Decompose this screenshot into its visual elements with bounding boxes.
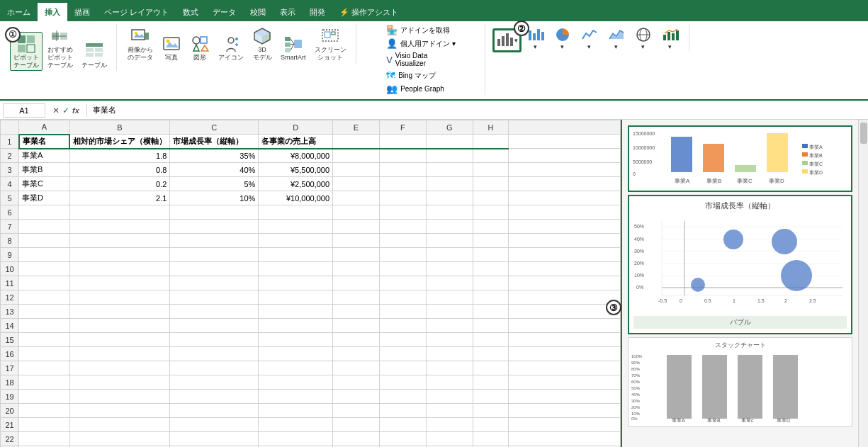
cell-r4-c3[interactable]: 5% xyxy=(170,177,259,191)
cell-r16-c6[interactable] xyxy=(379,347,426,361)
cell-r2-c8[interactable] xyxy=(473,149,508,163)
cell-r18-c4[interactable] xyxy=(259,375,333,390)
cell-r1-c7[interactable] xyxy=(426,135,473,149)
row-header-4[interactable]: 4 xyxy=(1,177,19,191)
cell-r4-c2[interactable]: 0.2 xyxy=(69,177,170,191)
cell-r16-c3[interactable] xyxy=(170,347,259,361)
bubble-chart-container[interactable]: 市場成長率（縦軸） 50% 40% 30% 20% 10% 0% -0.5 xyxy=(628,195,852,334)
cell-r2-c4[interactable]: ¥8,000,000 xyxy=(259,149,333,163)
row-header-9[interactable]: 9 xyxy=(1,248,19,262)
tab-view[interactable]: 表示 xyxy=(273,3,303,21)
cell-r17-c5[interactable] xyxy=(333,361,380,375)
cell-r12-c4[interactable] xyxy=(259,290,333,305)
cell-r15-c4[interactable] xyxy=(259,333,333,347)
cell-r1-c8[interactable] xyxy=(473,135,508,149)
cell-r6-c2[interactable] xyxy=(69,205,170,220)
cell-r13-c5[interactable] xyxy=(333,305,380,319)
cell-r3-c1[interactable]: 事業B xyxy=(19,163,70,177)
cell-r12-c6[interactable] xyxy=(379,290,426,305)
cell-r18-c5[interactable] xyxy=(333,375,380,390)
cell-r7-c5[interactable] xyxy=(333,220,380,234)
cell-r6-c1[interactable] xyxy=(19,205,70,220)
row-header-1[interactable]: 1 xyxy=(1,135,19,149)
map-chart-button[interactable]: ▾ xyxy=(631,24,656,52)
cell-r12-c2[interactable] xyxy=(69,290,170,305)
cell-r2-c7[interactable] xyxy=(426,149,473,163)
row-header-8[interactable]: 8 xyxy=(1,234,19,248)
cell-r20-c3[interactable] xyxy=(170,404,259,418)
cell-r17-c8[interactable] xyxy=(473,361,508,375)
row-header-6[interactable]: 6 xyxy=(1,205,19,220)
cell-r7-c1[interactable] xyxy=(19,220,70,234)
cell-r6-c5[interactable] xyxy=(333,205,380,220)
cell-r2-c2[interactable]: 1.8 xyxy=(69,149,170,163)
row-header-12[interactable]: 12 xyxy=(1,290,19,305)
cell-r8-c5[interactable] xyxy=(333,234,380,248)
cell-r4-c7[interactable] xyxy=(426,177,473,191)
cell-r22-c1[interactable] xyxy=(19,432,70,446)
cell-r1-c1[interactable]: 事業名 xyxy=(19,135,70,149)
cell-r21-c1[interactable] xyxy=(19,418,70,432)
cell-r8-c4[interactable] xyxy=(259,234,333,248)
cell-r11-c7[interactable] xyxy=(426,276,473,290)
col-header-b[interactable]: B xyxy=(69,120,170,135)
cell-r12-c7[interactable] xyxy=(426,290,473,305)
cell-reference-input[interactable] xyxy=(3,103,45,118)
cell-r8-c1[interactable] xyxy=(19,234,70,248)
cell-r1-c5[interactable] xyxy=(333,135,380,149)
stack-chart-thumbnail[interactable]: スタックチャート 100% 90% 80% 70% 60% 50% 40% 30… xyxy=(628,337,852,427)
cell-r13-c3[interactable] xyxy=(170,305,259,319)
cell-r5-c1[interactable]: 事業D xyxy=(19,191,70,205)
cell-r16-c7[interactable] xyxy=(426,347,473,361)
cell-r17-c6[interactable] xyxy=(379,361,426,375)
tab-insert[interactable]: 挿入 xyxy=(38,3,67,21)
col-header-e[interactable]: E xyxy=(333,120,380,135)
cell-r3-c5[interactable] xyxy=(333,163,380,177)
cell-r3-c6[interactable] xyxy=(379,163,426,177)
cell-r7-c4[interactable] xyxy=(259,220,333,234)
cell-r6-c8[interactable] xyxy=(473,205,508,220)
cell-r3-c2[interactable]: 0.8 xyxy=(69,163,170,177)
cell-r20-c6[interactable] xyxy=(379,404,426,418)
screenshot-button[interactable]: スクリーンショット xyxy=(311,24,350,64)
cell-r12-c8[interactable] xyxy=(473,290,508,305)
cell-r9-c8[interactable] xyxy=(473,248,508,262)
icons-button[interactable]: アイコン xyxy=(215,32,247,64)
cell-r10-c5[interactable] xyxy=(333,262,380,276)
cell-r21-c8[interactable] xyxy=(473,418,508,432)
col-header-c[interactable]: C xyxy=(170,120,259,135)
cell-r14-c7[interactable] xyxy=(426,319,473,333)
cell-r6-c4[interactable] xyxy=(259,205,333,220)
cell-r5-c3[interactable]: 10% xyxy=(170,191,259,205)
tab-draw[interactable]: 描画 xyxy=(67,3,97,21)
selected-chart-button[interactable]: ▾ ② xyxy=(492,28,522,52)
cell-r18-c2[interactable] xyxy=(69,375,170,390)
tab-assist[interactable]: ⚡操作アシスト xyxy=(332,3,405,21)
col-header-f[interactable]: F xyxy=(379,120,426,135)
cell-r3-c3[interactable]: 40% xyxy=(170,163,259,177)
cell-r10-c8[interactable] xyxy=(473,262,508,276)
cell-r19-c8[interactable] xyxy=(473,390,508,404)
cell-r1-c3[interactable]: 市場成長率（縦軸） xyxy=(170,135,259,149)
row-header-10[interactable]: 10 xyxy=(1,262,19,276)
cell-r5-c4[interactable]: ¥10,000,000 xyxy=(259,191,333,205)
cell-r18-c8[interactable] xyxy=(473,375,508,390)
tab-formulas[interactable]: 数式 xyxy=(176,3,205,21)
cell-r15-c7[interactable] xyxy=(426,333,473,347)
scrollbar-thumb[interactable] xyxy=(860,123,867,144)
cell-r12-c1[interactable] xyxy=(19,290,70,305)
row-header-3[interactable]: 3 xyxy=(1,163,19,177)
cell-r19-c5[interactable] xyxy=(333,390,380,404)
formula-input[interactable] xyxy=(90,106,865,115)
shapes-button[interactable]: 図形 xyxy=(186,32,213,64)
row-header-7[interactable]: 7 xyxy=(1,220,19,234)
col-header-h[interactable]: H xyxy=(473,120,508,135)
cell-r8-c6[interactable] xyxy=(379,234,426,248)
cell-r13-c2[interactable] xyxy=(69,305,170,319)
cell-r11-c3[interactable] xyxy=(170,276,259,290)
cell-r9-c7[interactable] xyxy=(426,248,473,262)
col-header-a[interactable]: A xyxy=(19,120,70,135)
cell-r20-c1[interactable] xyxy=(19,404,70,418)
row-header-11[interactable]: 11 xyxy=(1,276,19,290)
cell-r19-c2[interactable] xyxy=(69,390,170,404)
